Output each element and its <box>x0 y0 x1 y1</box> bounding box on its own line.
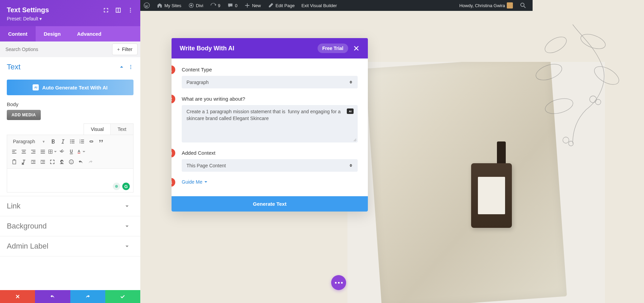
columns-icon[interactable] <box>115 7 121 13</box>
emoji-button[interactable] <box>67 157 76 166</box>
select-arrows-icon <box>350 163 353 168</box>
svg-point-16 <box>70 142 71 144</box>
tab-advanced[interactable]: Advanced <box>69 26 110 41</box>
chevron-up-icon <box>119 64 125 70</box>
align-right-button[interactable] <box>29 147 38 156</box>
content-type-select[interactable]: Paragraph <box>182 76 358 88</box>
wp-edit-page[interactable]: Edit Page <box>264 0 298 11</box>
about-label: What are you writing about? <box>182 96 358 102</box>
undo-footer-button[interactable] <box>35 290 70 303</box>
context-select[interactable]: This Page Content <box>182 159 358 172</box>
tab-content[interactable]: Content <box>0 26 36 41</box>
wp-my-sites[interactable]: My Sites <box>153 0 185 11</box>
svg-point-0 <box>144 3 149 8</box>
svg-point-52 <box>542 34 569 56</box>
wp-site-label: Divi <box>196 3 203 8</box>
svg-point-9 <box>130 65 131 66</box>
preset-select[interactable]: Preset: Default ▾ <box>7 16 133 21</box>
save-button[interactable] <box>105 290 140 303</box>
svg-rect-27 <box>22 150 26 151</box>
section-more-icon[interactable] <box>128 64 133 70</box>
svg-point-59 <box>563 137 569 143</box>
wp-howdy[interactable]: Howdy, Christina Gwira <box>456 0 516 11</box>
free-trial-badge[interactable]: Free Trial <box>318 44 348 53</box>
body-editor[interactable]: G <box>7 169 133 192</box>
format-select[interactable]: Paragraph▼ <box>10 137 48 146</box>
italic-button[interactable] <box>58 137 67 146</box>
tab-design[interactable]: Design <box>36 26 69 41</box>
align-center-button[interactable] <box>19 147 28 156</box>
about-textarea[interactable] <box>186 108 344 138</box>
add-media-button[interactable]: ADD MEDIA <box>7 110 41 120</box>
fullscreen-button[interactable] <box>48 157 57 166</box>
svg-rect-17 <box>72 143 75 144</box>
svg-rect-24 <box>12 150 17 151</box>
undo-button[interactable] <box>76 157 85 166</box>
section-text-header[interactable]: Text <box>0 57 140 77</box>
svg-rect-23 <box>81 143 84 144</box>
section-title-link: Link <box>7 202 124 211</box>
wp-new[interactable]: New <box>241 0 264 11</box>
underline-button[interactable] <box>67 147 76 156</box>
indent-button[interactable] <box>38 157 47 166</box>
ol-button[interactable]: 123 <box>77 137 86 146</box>
ai-chip-icon[interactable]: AI <box>347 108 354 114</box>
special-char-button[interactable] <box>57 157 66 166</box>
svg-point-12 <box>70 139 71 140</box>
more-icon[interactable] <box>127 7 133 13</box>
editor-tab-text[interactable]: Text <box>111 123 133 135</box>
outdent-button[interactable] <box>29 157 38 166</box>
svg-point-58 <box>595 99 601 105</box>
align-justify-button[interactable] <box>38 147 47 156</box>
filter-button[interactable]: +Filter <box>112 44 138 55</box>
svg-point-14 <box>70 141 71 142</box>
bold-button[interactable] <box>49 137 58 146</box>
svg-rect-40 <box>13 160 16 164</box>
svg-rect-45 <box>41 160 45 161</box>
paste-button[interactable] <box>10 157 19 166</box>
svg-rect-19 <box>81 140 84 140</box>
auto-generate-ai-button[interactable]: AI Auto Generate Text With AI <box>7 80 133 95</box>
grammarly-badge[interactable]: G <box>122 183 130 190</box>
rich-text-toolbar: Paragraph▼ 123 <box>7 135 133 169</box>
search-options-input[interactable] <box>0 42 109 57</box>
close-icon[interactable] <box>353 45 360 52</box>
svg-point-6 <box>130 8 131 9</box>
cancel-button[interactable] <box>0 290 35 303</box>
svg-rect-42 <box>31 160 36 161</box>
wp-site-name[interactable]: Divi <box>185 0 207 11</box>
wp-comments[interactable]: 0 <box>224 0 241 11</box>
ul-button[interactable] <box>68 137 77 146</box>
text-color-button[interactable] <box>76 147 85 156</box>
editor-tab-visual[interactable]: Visual <box>84 123 111 135</box>
wp-updates[interactable]: 9 <box>207 0 224 11</box>
table-button[interactable] <box>48 147 57 156</box>
link-button[interactable] <box>87 137 96 146</box>
assist-badge[interactable] <box>113 183 120 190</box>
wp-exit-builder[interactable]: Exit Visual Builder <box>298 0 340 11</box>
strikethrough-button[interactable] <box>57 147 66 156</box>
content-type-label: Content Type <box>182 67 358 72</box>
align-left-button[interactable] <box>10 147 19 156</box>
guide-me-link[interactable]: Guide Me <box>182 179 358 185</box>
builder-fab[interactable] <box>331 275 346 290</box>
expand-icon[interactable] <box>103 7 109 13</box>
generate-text-button[interactable]: Generate Text <box>172 196 368 212</box>
wp-new-label: New <box>252 3 261 8</box>
wp-logo[interactable] <box>140 0 153 11</box>
svg-rect-33 <box>41 150 45 151</box>
redo-footer-button[interactable] <box>70 290 105 303</box>
section-link-header[interactable]: Link <box>0 196 140 216</box>
guide-me-label: Guide Me <box>182 179 202 185</box>
wp-updates-count: 9 <box>218 3 220 8</box>
clear-format-button[interactable] <box>19 157 28 166</box>
wp-search[interactable] <box>516 0 530 11</box>
quote-button[interactable] <box>96 137 105 146</box>
svg-point-10 <box>130 67 131 68</box>
section-background-header[interactable]: Background <box>0 216 140 236</box>
svg-rect-46 <box>42 162 45 162</box>
section-title-text: Text <box>7 63 119 71</box>
section-admin-header[interactable]: Admin Label <box>0 236 140 256</box>
resize-handle[interactable] <box>353 138 356 141</box>
redo-button[interactable] <box>86 157 95 166</box>
